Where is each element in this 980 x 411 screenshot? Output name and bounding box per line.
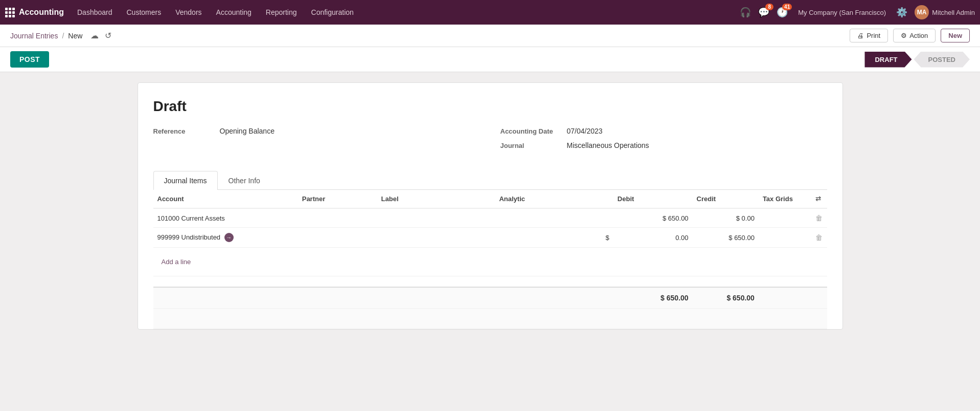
messaging-badge: 8 xyxy=(765,4,773,10)
row2-arrow-link[interactable]: → xyxy=(224,233,234,242)
row2-debit[interactable]: 0.00 xyxy=(613,228,693,248)
breadcrumb-action-icons: ☁ ↺ xyxy=(89,30,112,41)
row1-label xyxy=(377,208,495,228)
status-bar: POST DRAFT POSTED xyxy=(0,47,980,72)
col-header-taxgrids: Tax Grids xyxy=(759,190,812,208)
separator-row xyxy=(153,276,827,288)
row2-delete[interactable]: 🗑 xyxy=(811,228,827,248)
add-line-button[interactable]: Add a line xyxy=(157,253,195,271)
table-row: 999999 Undistributed → $ 0.00 $ 650.00 xyxy=(153,228,827,248)
delete-row2-icon[interactable]: 🗑 xyxy=(815,233,823,242)
totals-end xyxy=(759,287,827,309)
reference-value[interactable]: Opening Balance xyxy=(220,127,275,135)
col-header-debit: Debit xyxy=(613,190,693,208)
status-step-posted[interactable]: POSTED xyxy=(914,52,970,68)
settings-icon[interactable]: ⚙️ xyxy=(896,7,907,18)
nav-item-accounting[interactable]: Accounting xyxy=(210,5,258,19)
user-menu[interactable]: MA Mitchell Admin xyxy=(915,5,975,19)
col-header-label: Label xyxy=(377,190,495,208)
user-name: Mitchell Admin xyxy=(932,9,975,16)
breadcrumb-bar: Journal Entries / New ☁ ↺ 🖨 Print ⚙ Acti… xyxy=(0,25,980,47)
row2-analytic: $ xyxy=(495,228,613,248)
col-header-partner: Partner xyxy=(298,190,377,208)
row2-partner xyxy=(298,228,377,248)
journal-label: Journal xyxy=(500,142,567,149)
journal-value[interactable]: Miscellaneous Operations xyxy=(567,141,649,149)
nav-item-customers[interactable]: Customers xyxy=(121,5,168,19)
nav-item-reporting[interactable]: Reporting xyxy=(260,5,303,19)
col-header-account: Account xyxy=(153,190,298,208)
journal-table: Account Partner Label Analytic Debit Cre… xyxy=(153,190,827,329)
printer-icon: 🖨 xyxy=(857,32,864,39)
total-credit: $ 650.00 xyxy=(693,287,759,309)
delete-row1-icon[interactable]: 🗑 xyxy=(815,214,823,222)
tab-journal-items[interactable]: Journal Items xyxy=(153,171,218,190)
save-cloud-icon[interactable]: ☁ xyxy=(89,30,100,41)
accounting-date-value[interactable]: 07/04/2023 xyxy=(567,127,603,135)
add-line-row: Add a line xyxy=(153,248,827,276)
action-gear-icon: ⚙ xyxy=(901,32,907,39)
action-button[interactable]: ⚙ Action xyxy=(893,29,936,42)
app-brand[interactable]: Accounting xyxy=(5,8,64,17)
add-line-cell: Add a line xyxy=(153,248,827,276)
accounting-date-field: Accounting Date 07/04/2023 xyxy=(500,127,827,135)
row1-analytic xyxy=(495,208,613,228)
breadcrumb-right-actions: 🖨 Print ⚙ Action New xyxy=(850,29,970,42)
app-name: Accounting xyxy=(19,8,64,17)
print-button[interactable]: 🖨 Print xyxy=(850,29,888,42)
column-settings-icon[interactable]: ⇄ xyxy=(815,195,821,203)
topnav-icons: 🎧 💬 8 🕐 41 My Company (San Francisco) ⚙️… xyxy=(740,5,975,19)
support-icon[interactable]: 🎧 xyxy=(740,7,751,18)
breadcrumb-parent[interactable]: Journal Entries xyxy=(10,32,58,40)
status-steps: DRAFT POSTED xyxy=(864,52,970,68)
company-name[interactable]: My Company (San Francisco) xyxy=(798,9,886,16)
status-step-draft[interactable]: DRAFT xyxy=(864,52,911,68)
form-tabs: Journal Items Other Info xyxy=(153,171,827,190)
breadcrumb-separator: / xyxy=(62,32,64,40)
form-title: Draft xyxy=(153,98,827,115)
row2-credit[interactable]: $ 650.00 xyxy=(693,228,759,248)
journal-field: Journal Miscellaneous Operations xyxy=(500,141,827,149)
bottom-extra-row xyxy=(153,309,827,329)
row1-delete[interactable]: 🗑 xyxy=(811,208,827,228)
form-card: Draft Reference Opening Balance Accounti… xyxy=(138,82,843,330)
row1-account[interactable]: 101000 Current Assets xyxy=(153,208,298,228)
col-header-credit: Credit xyxy=(693,190,759,208)
col-header-actions: ⇄ xyxy=(811,190,827,208)
row2-label xyxy=(377,228,495,248)
row2-account: 999999 Undistributed → xyxy=(153,228,298,248)
form-fields: Reference Opening Balance Accounting Dat… xyxy=(153,127,827,156)
breadcrumb-current: New xyxy=(68,32,82,40)
totals-row: $ 650.00 $ 650.00 xyxy=(153,287,827,309)
form-left-fields: Reference Opening Balance xyxy=(153,127,480,156)
top-navigation: Accounting Dashboard Customers Vendors A… xyxy=(0,0,980,25)
new-button[interactable]: New xyxy=(941,29,970,42)
nav-item-configuration[interactable]: Configuration xyxy=(305,5,360,19)
discard-icon[interactable]: ↺ xyxy=(104,30,112,41)
row1-taxgrids xyxy=(759,208,812,228)
total-debit: $ 650.00 xyxy=(613,287,693,309)
row2-taxgrids xyxy=(759,228,812,248)
table-row: 101000 Current Assets $ 650.00 $ 0.00 🗑 xyxy=(153,208,827,228)
main-content: Draft Reference Opening Balance Accounti… xyxy=(0,72,980,411)
messaging-icon[interactable]: 💬 8 xyxy=(758,7,769,18)
reference-field: Reference Opening Balance xyxy=(153,127,480,135)
accounting-date-label: Accounting Date xyxy=(500,127,567,135)
col-header-analytic: Analytic xyxy=(495,190,613,208)
activity-badge: 41 xyxy=(782,4,792,10)
form-right-fields: Accounting Date 07/04/2023 Journal Misce… xyxy=(500,127,827,156)
row1-partner xyxy=(298,208,377,228)
user-avatar: MA xyxy=(915,5,929,19)
activity-icon[interactable]: 🕐 41 xyxy=(777,7,788,18)
tab-other-info[interactable]: Other Info xyxy=(218,171,271,190)
nav-item-dashboard[interactable]: Dashboard xyxy=(71,5,119,19)
grid-menu-icon[interactable] xyxy=(5,8,15,17)
totals-empty xyxy=(153,287,613,309)
post-button[interactable]: POST xyxy=(10,51,49,68)
row1-credit[interactable]: $ 0.00 xyxy=(693,208,759,228)
nav-item-vendors[interactable]: Vendors xyxy=(169,5,208,19)
row1-debit[interactable]: $ 650.00 xyxy=(613,208,693,228)
reference-label: Reference xyxy=(153,127,220,135)
